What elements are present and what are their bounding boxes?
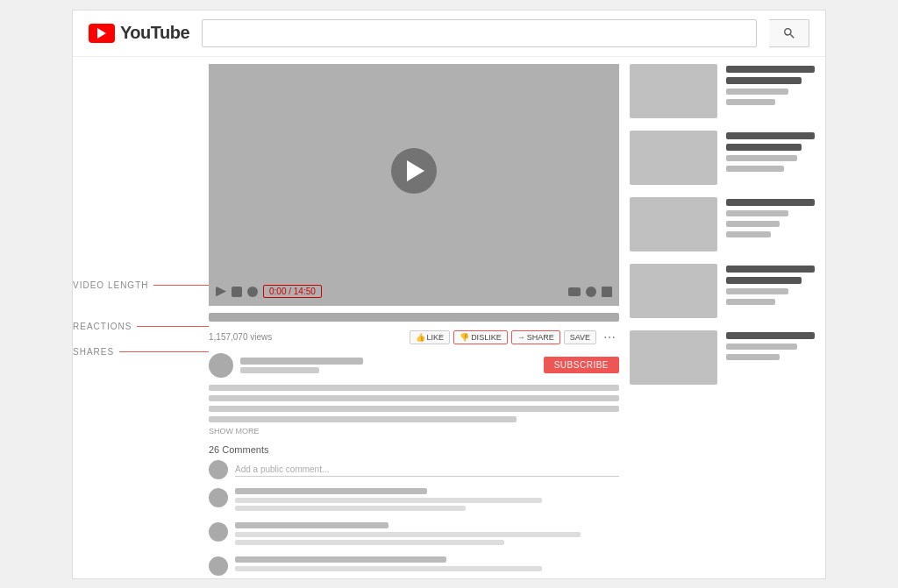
thumb-down-icon: 👎 (460, 333, 469, 342)
desc-line-1 (209, 385, 619, 391)
sidebar-meta-2 (726, 166, 784, 172)
sidebar-item (630, 197, 815, 251)
search-input[interactable] (202, 19, 757, 47)
captions-icon[interactable] (568, 287, 581, 296)
channel-date-bar (240, 367, 319, 373)
sidebar-title-2 (726, 277, 802, 284)
sidebar-item-text (726, 197, 815, 251)
video-length-line (153, 285, 209, 286)
search-icon (782, 26, 796, 40)
like-button[interactable]: 👍 LIKE (410, 330, 451, 344)
sidebar-title (726, 199, 815, 206)
annotation-labels: VIDEO LENGTH REACTIONS SHARES (73, 280, 209, 372)
sidebar (630, 57, 825, 578)
sidebar-thumbnail[interactable] (630, 264, 717, 318)
shares-line (119, 351, 209, 352)
play-ctrl-icon[interactable] (216, 287, 226, 297)
reactions-label: REACTIONS (73, 322, 209, 331)
comment-row (209, 556, 619, 576)
fullscreen-icon[interactable] (602, 287, 612, 297)
commenter-avatar (209, 556, 228, 576)
video-meta-row: 1,157,070 views 👍 LIKE 👎 DISLIKE → SHARE (209, 329, 619, 346)
comment-text-2 (235, 506, 466, 511)
search-button[interactable] (769, 19, 809, 47)
header: YouTube (73, 11, 825, 57)
main-content: VIDEO LENGTH REACTIONS SHARES (73, 57, 825, 578)
sidebar-item-text (726, 131, 815, 185)
channel-name-bar (240, 358, 363, 365)
next-ctrl-icon[interactable] (232, 287, 242, 297)
sidebar-thumbnail[interactable] (630, 197, 717, 251)
reactions-line (137, 326, 209, 327)
sidebar-title (726, 132, 815, 139)
sidebar-title-2 (726, 144, 802, 151)
desc-line-2 (209, 395, 619, 401)
desc-line-4 (209, 416, 517, 422)
youtube-logo[interactable]: YouTube (89, 23, 189, 43)
video-length-label: VIDEO LENGTH (73, 280, 209, 290)
share-button[interactable]: → SHARE (511, 330, 560, 344)
video-controls: 0:00 / 14:50 (209, 278, 619, 306)
comment-input[interactable]: Add a public comment... (235, 463, 619, 477)
sidebar-meta-2 (726, 354, 780, 360)
sidebar-title (726, 332, 815, 339)
comment-content (235, 488, 619, 514)
comment-row (209, 522, 619, 548)
video-column: 0:00 / 14:50 1,157,070 views 👍 LIKE (209, 57, 630, 578)
save-button[interactable]: SAVE (564, 330, 596, 344)
sidebar-item (630, 64, 815, 118)
commenter-name (235, 522, 388, 528)
sidebar-thumbnail[interactable] (630, 64, 717, 118)
play-button[interactable] (391, 148, 437, 194)
video-player[interactable] (209, 64, 619, 278)
sidebar-item (630, 131, 815, 185)
commenter-name (235, 488, 427, 494)
comment-content (235, 522, 619, 548)
reaction-buttons: 👍 LIKE 👎 DISLIKE → SHARE SAVE ⋯ (410, 329, 619, 346)
sidebar-meta-2 (726, 299, 775, 305)
sidebar-thumbnail[interactable] (630, 330, 717, 385)
commenter-avatar (209, 488, 228, 507)
video-title-bar (209, 313, 619, 322)
sidebar-item (630, 330, 815, 385)
sidebar-meta-1 (726, 344, 797, 350)
show-more-button[interactable]: SHOW MORE (209, 427, 619, 436)
comments-count: 26 Comments (209, 444, 619, 455)
sidebar-meta-2 (726, 99, 775, 105)
comment-text-1 (235, 532, 581, 537)
comments-section: 26 Comments Add a public comment... (209, 444, 619, 576)
settings-icon[interactable] (586, 287, 596, 297)
sidebar-item-text (726, 64, 815, 118)
comment-text-2 (235, 540, 504, 545)
share-icon: → (517, 333, 525, 342)
description-area: SHOW MORE (209, 385, 619, 436)
sidebar-item-text (726, 330, 815, 385)
sidebar-meta-2 (726, 221, 780, 227)
sidebar-thumbnail[interactable] (630, 131, 717, 185)
add-comment-row: Add a public comment... (209, 460, 619, 479)
sidebar-item (630, 264, 815, 318)
sidebar-item-text (726, 264, 815, 318)
sidebar-title (726, 266, 815, 273)
thumb-up-icon: 👍 (416, 333, 425, 342)
ctrl-right (568, 287, 612, 297)
more-options-button[interactable]: ⋯ (600, 329, 619, 346)
volume-ctrl-icon[interactable] (247, 287, 258, 297)
youtube-wordmark: YouTube (120, 23, 189, 43)
youtube-icon (89, 24, 115, 43)
channel-row: SUBSCRIBE (209, 353, 619, 378)
comment-content (235, 556, 619, 574)
sidebar-meta-1 (726, 89, 788, 95)
sidebar-meta-1 (726, 288, 788, 294)
comment-text-1 (235, 498, 542, 503)
sidebar-title-2 (726, 77, 802, 84)
time-display: 0:00 / 14:50 (263, 285, 322, 298)
channel-info (240, 358, 537, 373)
subscribe-button[interactable]: SUBSCRIBE (544, 357, 619, 373)
dislike-button[interactable]: 👎 DISLIKE (453, 330, 508, 344)
user-avatar-small (209, 460, 228, 479)
shares-label: SHARES (73, 347, 209, 357)
app-container: YouTube VIDEO LENGTH REACTIONS SHARES (72, 10, 826, 579)
sidebar-meta-1 (726, 210, 788, 216)
play-icon (407, 160, 424, 181)
